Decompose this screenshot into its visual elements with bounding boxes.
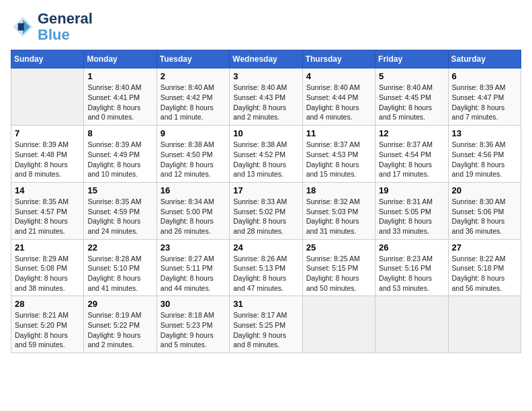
day-number: 23: [161, 242, 226, 253]
header-friday: Friday: [375, 50, 448, 68]
calendar-cell: 16Sunrise: 8:34 AMSunset: 5:00 PMDayligh…: [157, 182, 229, 239]
calendar-cell: 26Sunrise: 8:23 AMSunset: 5:16 PMDayligh…: [375, 239, 448, 296]
day-number: 3: [233, 71, 298, 81]
day-info: Sunrise: 8:25 AMSunset: 5:15 PMDaylight:…: [306, 254, 371, 293]
calendar-cell: 28Sunrise: 8:21 AMSunset: 5:20 PMDayligh…: [11, 296, 84, 353]
day-number: 27: [452, 242, 517, 253]
day-info: Sunrise: 8:22 AMSunset: 5:18 PMDaylight:…: [452, 254, 517, 293]
day-info: Sunrise: 8:40 AMSunset: 4:44 PMDaylight:…: [306, 83, 371, 122]
calendar-cell: 4Sunrise: 8:40 AMSunset: 4:44 PMDaylight…: [302, 68, 375, 126]
day-info: Sunrise: 8:40 AMSunset: 4:45 PMDaylight:…: [379, 83, 444, 122]
header-saturday: Saturday: [448, 50, 521, 68]
calendar-cell: 9Sunrise: 8:38 AMSunset: 4:50 PMDaylight…: [157, 126, 229, 183]
day-info: Sunrise: 8:39 AMSunset: 4:49 PMDaylight:…: [87, 140, 152, 179]
day-number: 4: [306, 71, 371, 81]
day-number: 16: [161, 185, 226, 195]
day-info: Sunrise: 8:38 AMSunset: 4:50 PMDaylight:…: [161, 140, 226, 179]
day-number: 26: [379, 242, 444, 253]
calendar-cell: 7Sunrise: 8:39 AMSunset: 4:48 PMDaylight…: [11, 126, 84, 183]
calendar-cell: 10Sunrise: 8:38 AMSunset: 4:52 PMDayligh…: [230, 126, 302, 183]
day-info: Sunrise: 8:37 AMSunset: 4:53 PMDaylight:…: [306, 140, 371, 179]
day-info: Sunrise: 8:29 AMSunset: 5:08 PMDaylight:…: [15, 254, 80, 293]
day-number: 7: [15, 128, 80, 138]
day-info: Sunrise: 8:18 AMSunset: 5:23 PMDaylight:…: [161, 310, 226, 350]
day-info: Sunrise: 8:26 AMSunset: 5:13 PMDaylight:…: [233, 254, 298, 293]
day-number: 31: [233, 299, 298, 309]
day-info: Sunrise: 8:35 AMSunset: 4:57 PMDaylight:…: [15, 197, 80, 236]
logo: General Blue: [11, 11, 93, 43]
day-info: Sunrise: 8:40 AMSunset: 4:41 PMDaylight:…: [87, 83, 152, 122]
day-number: 20: [452, 185, 517, 195]
calendar-cell: 22Sunrise: 8:28 AMSunset: 5:10 PMDayligh…: [84, 239, 157, 296]
day-number: 15: [87, 185, 152, 195]
calendar-cell: [448, 296, 521, 353]
calendar-cell: 3Sunrise: 8:40 AMSunset: 4:43 PMDaylight…: [230, 68, 302, 126]
logo-icon: [11, 15, 35, 39]
day-number: 21: [15, 242, 80, 253]
calendar-week-2: 7Sunrise: 8:39 AMSunset: 4:48 PMDaylight…: [11, 126, 521, 183]
calendar-week-5: 28Sunrise: 8:21 AMSunset: 5:20 PMDayligh…: [11, 296, 521, 353]
calendar-week-4: 21Sunrise: 8:29 AMSunset: 5:08 PMDayligh…: [11, 239, 521, 296]
calendar-cell: 12Sunrise: 8:37 AMSunset: 4:54 PMDayligh…: [375, 126, 448, 183]
calendar-cell: [302, 296, 375, 353]
day-info: Sunrise: 8:37 AMSunset: 4:54 PMDaylight:…: [379, 140, 444, 179]
day-number: 24: [233, 242, 298, 253]
calendar-cell: 23Sunrise: 8:27 AMSunset: 5:11 PMDayligh…: [157, 239, 229, 296]
day-number: 9: [161, 128, 226, 138]
day-info: Sunrise: 8:27 AMSunset: 5:11 PMDaylight:…: [161, 254, 226, 293]
calendar-cell: 14Sunrise: 8:35 AMSunset: 4:57 PMDayligh…: [11, 182, 84, 239]
calendar-cell: 1Sunrise: 8:40 AMSunset: 4:41 PMDaylight…: [84, 68, 157, 126]
day-info: Sunrise: 8:30 AMSunset: 5:06 PMDaylight:…: [452, 197, 517, 236]
day-number: 30: [161, 299, 226, 309]
day-info: Sunrise: 8:34 AMSunset: 5:00 PMDaylight:…: [161, 197, 226, 236]
calendar-cell: 17Sunrise: 8:33 AMSunset: 5:02 PMDayligh…: [230, 182, 302, 239]
page-header: General Blue: [11, 11, 521, 43]
logo-line1: General: [38, 11, 93, 27]
day-info: Sunrise: 8:36 AMSunset: 4:56 PMDaylight:…: [452, 140, 517, 179]
day-number: 17: [233, 185, 298, 195]
calendar-cell: 27Sunrise: 8:22 AMSunset: 5:18 PMDayligh…: [448, 239, 521, 296]
calendar-week-3: 14Sunrise: 8:35 AMSunset: 4:57 PMDayligh…: [11, 182, 521, 239]
logo-text: General Blue: [38, 11, 93, 43]
day-number: 13: [452, 128, 517, 138]
day-number: 10: [233, 128, 298, 138]
calendar-cell: 21Sunrise: 8:29 AMSunset: 5:08 PMDayligh…: [11, 239, 84, 296]
day-info: Sunrise: 8:40 AMSunset: 4:43 PMDaylight:…: [233, 83, 298, 122]
day-number: 18: [306, 185, 371, 195]
day-number: 8: [87, 128, 152, 138]
day-number: 6: [452, 71, 517, 81]
svg-rect-2: [18, 24, 24, 31]
day-info: Sunrise: 8:33 AMSunset: 5:02 PMDaylight:…: [233, 197, 298, 236]
day-number: 28: [15, 299, 80, 309]
day-info: Sunrise: 8:39 AMSunset: 4:48 PMDaylight:…: [15, 140, 80, 179]
calendar-cell: 18Sunrise: 8:32 AMSunset: 5:03 PMDayligh…: [302, 182, 375, 239]
calendar-cell: 11Sunrise: 8:37 AMSunset: 4:53 PMDayligh…: [302, 126, 375, 183]
calendar-cell: 8Sunrise: 8:39 AMSunset: 4:49 PMDaylight…: [84, 126, 157, 183]
calendar-cell: [375, 296, 448, 353]
day-number: 12: [379, 128, 444, 138]
day-info: Sunrise: 8:19 AMSunset: 5:22 PMDaylight:…: [87, 310, 152, 350]
day-number: 25: [306, 242, 371, 253]
header-monday: Monday: [84, 50, 157, 68]
day-info: Sunrise: 8:39 AMSunset: 4:47 PMDaylight:…: [452, 83, 517, 122]
header-thursday: Thursday: [302, 50, 375, 68]
day-info: Sunrise: 8:32 AMSunset: 5:03 PMDaylight:…: [306, 197, 371, 236]
calendar-cell: 24Sunrise: 8:26 AMSunset: 5:13 PMDayligh…: [230, 239, 302, 296]
calendar-cell: 2Sunrise: 8:40 AMSunset: 4:42 PMDaylight…: [157, 68, 229, 126]
header-tuesday: Tuesday: [157, 50, 229, 68]
day-info: Sunrise: 8:38 AMSunset: 4:52 PMDaylight:…: [233, 140, 298, 179]
day-number: 11: [306, 128, 371, 138]
header-wednesday: Wednesday: [230, 50, 302, 68]
calendar-week-1: 1Sunrise: 8:40 AMSunset: 4:41 PMDaylight…: [11, 68, 521, 126]
day-number: 1: [87, 71, 152, 81]
calendar-cell: [11, 68, 84, 126]
calendar-cell: 19Sunrise: 8:31 AMSunset: 5:05 PMDayligh…: [375, 182, 448, 239]
day-info: Sunrise: 8:31 AMSunset: 5:05 PMDaylight:…: [379, 197, 444, 236]
day-number: 2: [161, 71, 226, 81]
day-info: Sunrise: 8:23 AMSunset: 5:16 PMDaylight:…: [379, 254, 444, 293]
day-number: 19: [379, 185, 444, 195]
day-info: Sunrise: 8:35 AMSunset: 4:59 PMDaylight:…: [87, 197, 152, 236]
calendar-cell: 25Sunrise: 8:25 AMSunset: 5:15 PMDayligh…: [302, 239, 375, 296]
calendar-cell: 5Sunrise: 8:40 AMSunset: 4:45 PMDaylight…: [375, 68, 448, 126]
header-sunday: Sunday: [11, 50, 84, 68]
